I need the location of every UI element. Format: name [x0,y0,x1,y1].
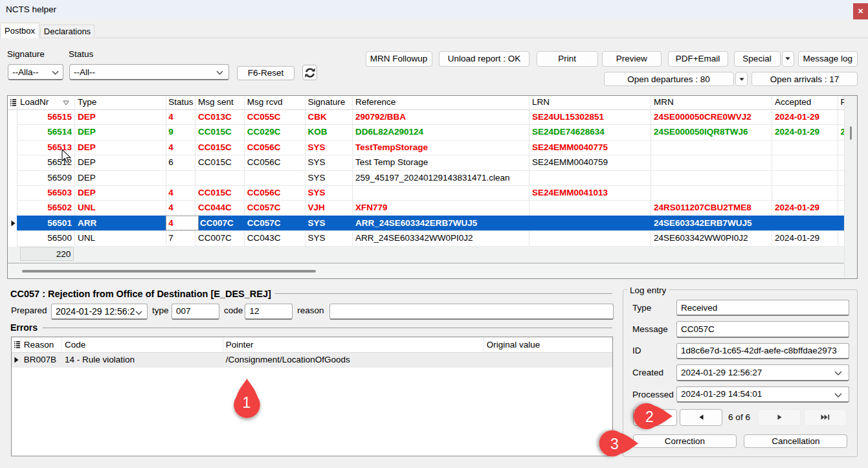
svg-text:3: 3 [610,436,619,452]
svg-text:1: 1 [243,394,251,411]
svg-text:2: 2 [645,408,654,425]
